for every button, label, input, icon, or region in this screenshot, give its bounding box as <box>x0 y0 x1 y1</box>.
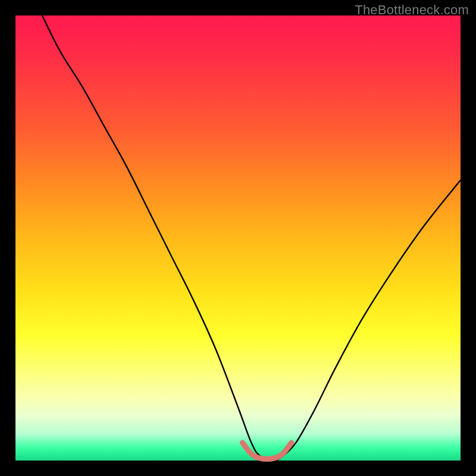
chart-frame: TheBottleneck.com <box>0 0 476 476</box>
watermark-text: TheBottleneck.com <box>355 2 469 18</box>
optimal-range-marker <box>242 443 291 459</box>
plot-area <box>15 15 461 461</box>
bottleneck-curve <box>42 15 461 461</box>
bottleneck-curve-svg <box>15 15 461 461</box>
